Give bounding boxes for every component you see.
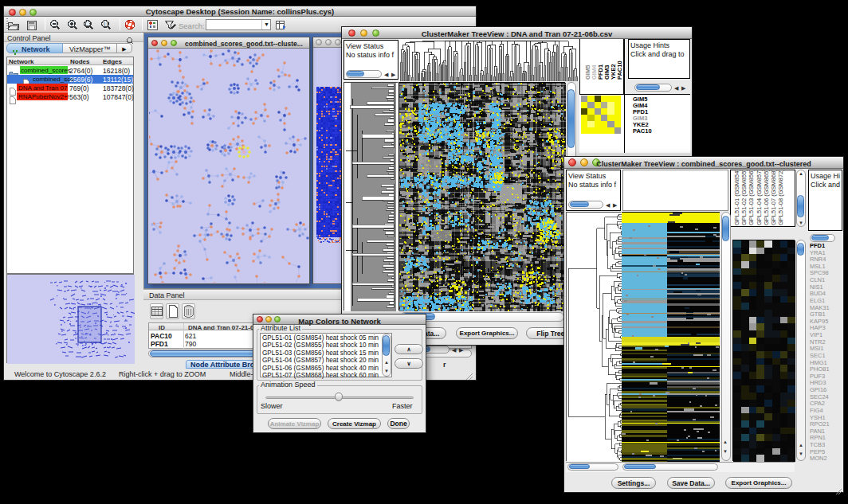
svg-text:1:1: 1:1 — [103, 21, 109, 26]
